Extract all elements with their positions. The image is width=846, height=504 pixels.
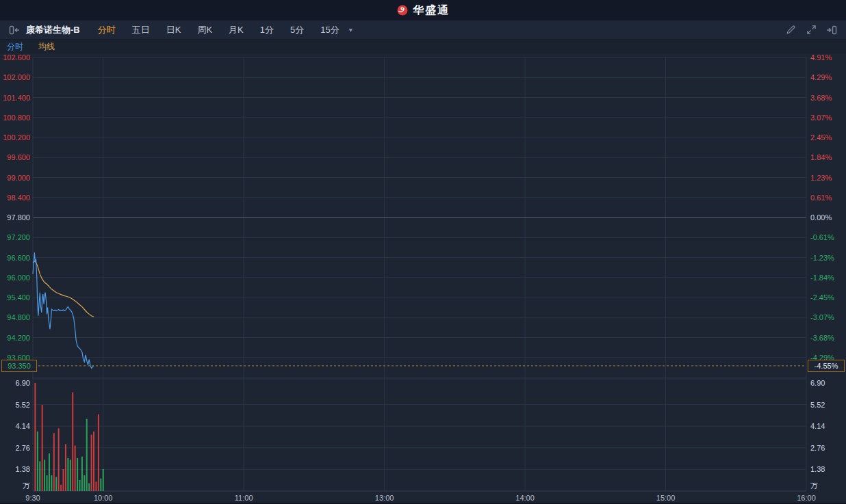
svg-text:10:00: 10:00 [94,494,113,502]
tab-五日[interactable]: 五日 [124,24,158,36]
svg-text:2.45%: 2.45% [810,133,832,142]
svg-text:-0.61%: -0.61% [810,233,834,241]
svg-text:2.76: 2.76 [16,444,30,452]
tab-月K[interactable]: 月K [220,24,252,36]
svg-text:96.600: 96.600 [7,254,30,262]
svg-text:4.14: 4.14 [16,422,30,430]
tab-日K[interactable]: 日K [158,24,190,36]
svg-text:9:30: 9:30 [25,494,40,502]
svg-text:100.800: 100.800 [3,114,30,122]
tab-15分[interactable]: 15分 [312,24,347,36]
svg-text:-1.23%: -1.23% [810,254,834,262]
tab-周K[interactable]: 周K [189,24,220,36]
current-price-badge: 93.350 [1,360,37,372]
svg-text:95.400: 95.400 [7,293,30,302]
stock-name: 康希诺生物-B [26,24,80,36]
fullscreen-expand-icon[interactable] [804,23,819,38]
svg-text:102.600: 102.600 [3,53,30,62]
svg-text:-3.07%: -3.07% [810,313,834,321]
intraday-chart-svg: 102.600102.000101.400100.800100.20099.60… [0,53,846,504]
app-title: 华盛通 [413,3,450,18]
svg-text:-2.45%: -2.45% [810,293,834,302]
svg-text:100.200: 100.200 [3,133,30,142]
svg-text:13:00: 13:00 [375,494,394,502]
timeframe-tabs: 分时五日日K周K月K1分5分15分 [90,24,348,36]
tab-分时[interactable]: 分时 [90,24,124,36]
svg-text:2.76: 2.76 [810,444,825,452]
svg-text:16:00: 16:00 [797,494,816,502]
draw-pencil-icon[interactable] [783,23,798,38]
svg-text:97.200: 97.200 [7,233,30,241]
svg-text:1.84%: 1.84% [810,153,832,161]
svg-text:99.600: 99.600 [7,153,30,161]
svg-text:101.400: 101.400 [3,94,30,102]
app-top-bar: 华盛通 [0,0,846,21]
svg-text:-1.84%: -1.84% [810,274,834,282]
svg-text:1.38: 1.38 [810,465,825,473]
svg-text:-3.68%: -3.68% [810,334,834,342]
svg-text:11:00: 11:00 [235,494,253,502]
svg-text:98.400: 98.400 [7,194,30,202]
time-axis-labels: 9:3010:0011:0013:0014:0015:0016:00 [25,494,815,502]
svg-text:1.23%: 1.23% [810,174,832,182]
svg-text:5.52: 5.52 [810,401,825,409]
svg-text:万: 万 [23,481,30,490]
tab-5分[interactable]: 5分 [282,24,312,36]
gridlines [33,57,806,491]
svg-text:15:00: 15:00 [656,494,676,502]
volume-axis-labels: 6.906.905.525.524.144.142.762.761.381.38… [16,379,825,490]
app-logo: 华盛通 [396,3,450,18]
flame-logo-icon [396,4,409,16]
legend-均线[interactable]: 均线 [38,41,55,53]
svg-text:3.07%: 3.07% [810,114,832,122]
tab-1分[interactable]: 1分 [252,24,282,36]
svg-text:5.52: 5.52 [16,401,30,409]
svg-text:0.00%: 0.00% [810,213,832,222]
svg-text:0.61%: 0.61% [810,194,832,202]
toolbar-right-icons [783,23,839,38]
svg-text:4.29%: 4.29% [810,73,832,81]
svg-text:6.90: 6.90 [16,379,30,387]
chart-area[interactable]: 102.600102.000101.400100.800100.20099.60… [0,53,846,504]
current-change-badge: -4.55% [808,360,845,372]
collapse-panel-right-icon[interactable] [824,23,839,38]
svg-text:102.000: 102.000 [3,73,30,81]
chart-legend: 分时均线 [0,40,846,53]
volume-bars [34,383,103,491]
svg-text:94.200: 94.200 [7,334,30,342]
svg-text:4.14: 4.14 [810,422,825,430]
chart-toolbar: 康希诺生物-B 分时五日日K周K月K1分5分15分 ▾ [0,21,846,40]
svg-text:万: 万 [810,481,818,490]
legend-分时[interactable]: 分时 [7,41,23,53]
svg-text:1.38: 1.38 [16,465,30,473]
svg-text:99.000: 99.000 [7,174,30,182]
svg-text:6.90: 6.90 [810,379,825,387]
timeframe-dropdown-caret[interactable]: ▾ [349,26,352,34]
svg-text:4.91%: 4.91% [810,53,832,62]
svg-text:97.800: 97.800 [7,213,30,222]
price-axis-labels: 102.600102.000101.400100.800100.20099.60… [3,53,834,362]
svg-text:96.000: 96.000 [7,274,30,282]
svg-text:94.800: 94.800 [7,313,30,321]
svg-text:3.68%: 3.68% [810,94,832,102]
svg-text:14:00: 14:00 [515,494,535,502]
collapse-panel-left-icon[interactable] [7,23,22,38]
